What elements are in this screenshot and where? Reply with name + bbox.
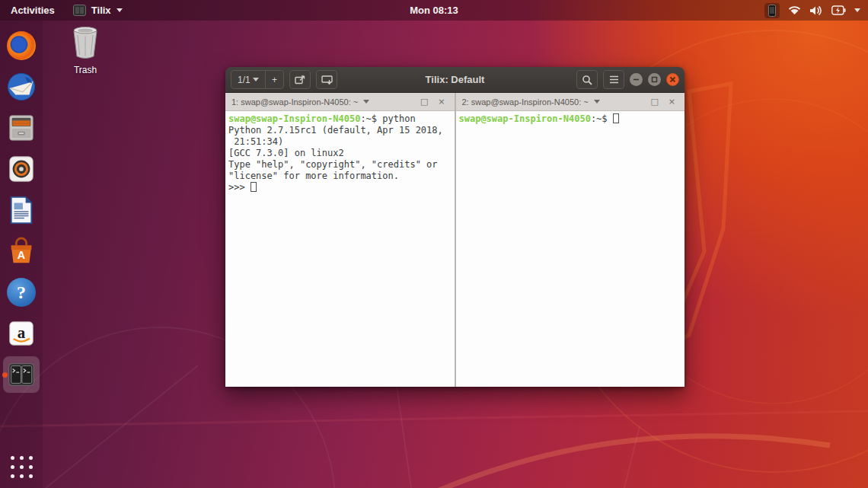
chevron-down-icon[interactable] [594,100,600,104]
rhythmbox-icon [7,155,36,183]
command-text: python [382,113,415,124]
split-right-icon [294,74,306,85]
trash-label: Trash [64,65,107,75]
terminal-output-line: 21:51:34) [228,136,452,148]
close-button[interactable] [666,73,679,86]
maximize-icon [651,76,658,83]
svg-text:a: a [18,324,26,342]
terminal-cursor [613,113,619,123]
minimize-icon [633,76,640,83]
dock-item-thunderbird[interactable] [3,69,40,105]
window-titlebar[interactable]: 1/1 + Tilix: Default [225,67,685,93]
terminal-1-body[interactable]: swap@swap-Inspiron-N4050:~$ python Pytho… [225,111,455,387]
prompt-line: swap@swap-Inspiron-N4050:~$ [459,113,682,125]
show-applications-button[interactable] [9,455,34,479]
files-icon [7,113,36,142]
split-down-icon [321,74,333,85]
pane-close-button[interactable]: × [665,97,678,106]
pane-1-title: 1: swap@swap-Inspiron-N4050: ~ [231,97,358,107]
terminal-output-line: "license" for more information. [228,171,452,182]
maximize-button[interactable] [648,73,661,86]
repl-prompt-line: >>> [228,182,452,193]
running-indicator [2,372,8,378]
libreoffice-writer-icon [7,196,36,225]
tilix-icon [7,360,36,389]
dock-item-libreoffice-writer[interactable] [3,192,40,228]
terminal-2-body[interactable]: swap@swap-Inspiron-N4050:~$ [456,111,685,387]
terminal-cursor [251,182,257,192]
split-right-button[interactable] [289,70,311,89]
hamburger-menu-icon [609,75,619,84]
terminal-output-line: Python 2.7.15rc1 (default, Apr 15 2018, [228,125,452,136]
top-bar: Activities Tilix Mon 08:13 [0,0,868,21]
search-icon [582,75,592,85]
menu-button[interactable] [603,70,624,89]
close-icon [669,76,676,83]
terminal-pane-1: 1: swap@swap-Inspiron-N4050: ~ □ × swap@… [225,93,455,387]
svg-text:A: A [18,249,25,261]
new-tab-button[interactable]: + [266,71,283,88]
trash-desktop-icon[interactable]: Trash [64,26,107,75]
tab-selector[interactable]: 1/1 [231,71,265,88]
pane-maximize-button[interactable]: □ [647,97,661,106]
dock-item-tilix[interactable] [3,356,40,393]
chevron-down-icon [854,8,860,12]
phone-indicator-icon[interactable] [764,3,780,18]
dock-item-ubuntu-software[interactable]: A [3,233,40,270]
ubuntu-software-icon: A [7,237,36,266]
terminal-output-line: Type "help", "copyright", "credits" or [228,159,452,171]
dock-item-firefox[interactable] [3,27,40,64]
tilix-window: 1/1 + Tilix: Default [225,67,685,387]
system-tray[interactable] [764,0,860,21]
prompt-line: swap@swap-Inspiron-N4050:~$ python [228,113,452,125]
pane-maximize-button[interactable]: □ [417,97,431,106]
dock-item-amazon[interactable]: a [3,315,40,352]
dock: A ? a [0,21,43,488]
amazon-icon: a [7,319,36,348]
search-button[interactable] [576,70,598,89]
minimize-button[interactable] [630,73,643,86]
terminal-output-line: [GCC 7.3.0] on linux2 [228,148,452,159]
pane-1-header[interactable]: 1: swap@swap-Inspiron-N4050: ~ □ × [225,93,455,111]
pane-close-button[interactable]: × [435,97,448,106]
dock-item-rhythmbox[interactable] [3,151,40,187]
battery-icon [831,5,846,15]
dock-item-files[interactable] [3,110,40,146]
wifi-icon [788,5,801,15]
pane-2-title: 2: swap@swap-Inspiron-N4050: ~ [462,97,589,107]
dock-item-help[interactable]: ? [3,274,40,311]
terminal-pane-2: 2: swap@swap-Inspiron-N4050: ~ □ × swap@… [455,93,685,387]
thunderbird-icon [7,72,36,101]
chevron-down-icon [253,78,259,81]
clock[interactable]: Mon 08:13 [0,5,868,16]
chevron-down-icon[interactable] [363,100,369,104]
firefox-icon [7,31,36,60]
volume-icon [809,5,823,16]
help-icon: ? [7,278,36,307]
split-down-button[interactable] [316,70,337,89]
tab-controls: 1/1 + [231,70,284,89]
trash-icon [70,26,101,59]
pane-2-header[interactable]: 2: swap@swap-Inspiron-N4050: ~ □ × [456,93,685,111]
